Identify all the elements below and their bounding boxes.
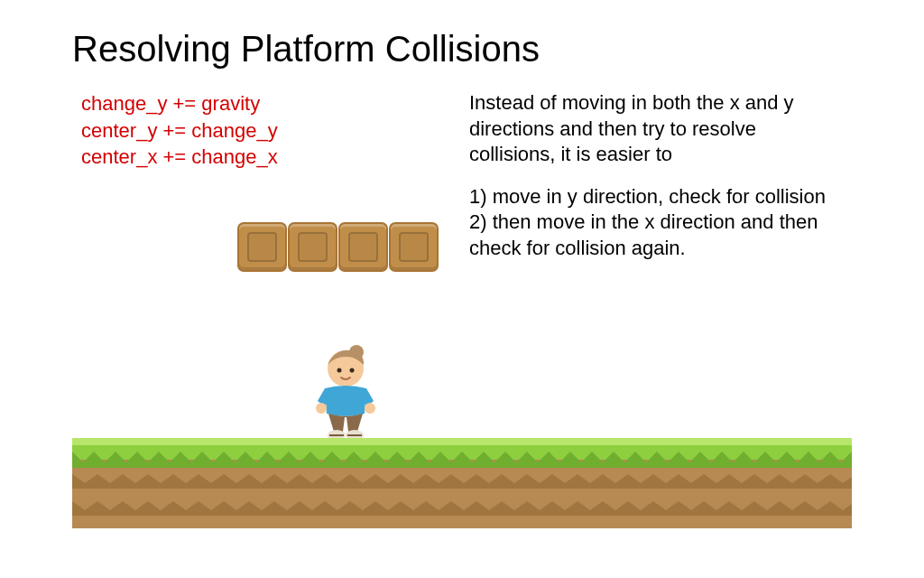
- grass-layer: [72, 438, 852, 460]
- slide-title: Resolving Platform Collisions: [72, 29, 540, 70]
- box-icon: [389, 222, 439, 272]
- box-icon: [338, 222, 388, 272]
- explanation-step-1: 1) move in y direction, check for collis…: [469, 184, 830, 210]
- svg-point-3: [350, 368, 355, 373]
- code-block: change_y += gravity center_y += change_y…: [81, 90, 278, 171]
- svg-point-4: [316, 403, 327, 414]
- code-line-1: change_y += gravity: [81, 90, 278, 117]
- code-line-3: center_x += change_x: [81, 144, 278, 171]
- box-icon: [237, 222, 287, 272]
- dirt-zigzag-icon: [72, 474, 852, 489]
- svg-point-2: [337, 368, 342, 373]
- dirt-zigzag-icon: [72, 501, 852, 516]
- box-icon: [288, 222, 337, 272]
- grass-highlight: [72, 438, 852, 445]
- explanation-intro: Instead of moving in both the x and y di…: [469, 90, 830, 168]
- code-line-2: center_y += change_y: [81, 117, 278, 144]
- grass-zigzag-icon: [72, 452, 852, 468]
- explanation-step-2: 2) then move in the x direction and then…: [469, 210, 830, 261]
- character-sprite: [305, 343, 386, 443]
- ground-tile: [72, 438, 852, 528]
- svg-point-5: [365, 403, 375, 414]
- platform-boxes: [237, 222, 439, 272]
- explanation-block: Instead of moving in both the x and y di…: [469, 90, 830, 262]
